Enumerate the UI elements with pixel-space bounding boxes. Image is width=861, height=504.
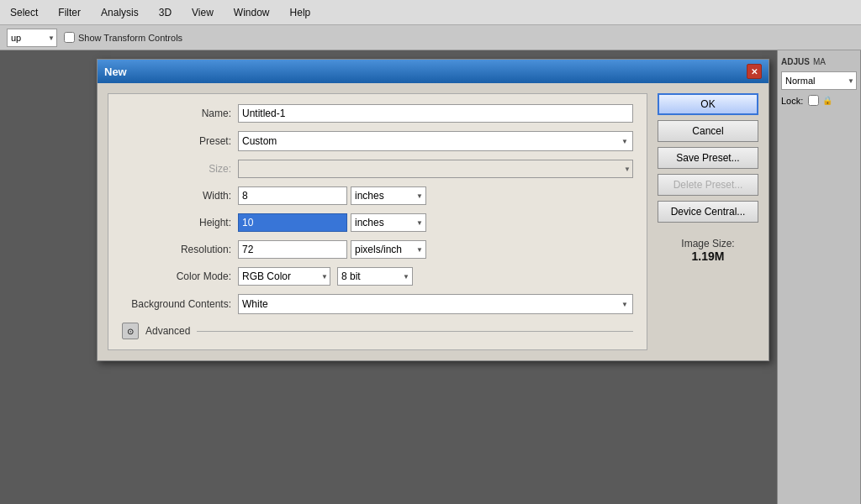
colormode-label: Color Mode: [122,270,231,282]
colormode-row: Color Mode: Bitmap Grayscale RGB Color C… [122,267,633,286]
ok-button[interactable]: OK [658,93,758,115]
height-input[interactable] [238,213,347,232]
dialog-body: Name: Preset: Custom Default Photoshop S… [98,83,769,360]
menu-window[interactable]: Window [230,5,273,20]
menu-view[interactable]: View [188,5,217,20]
bg-label: Background Contents: [122,298,231,310]
image-size-box: Image Size: 1.19M [658,238,758,263]
size-input[interactable] [238,160,633,178]
resolution-unit-wrapper: pixels/inch pixels/cm ▼ [351,240,426,259]
main-area: ADJUS MA Normal ▼ Lock: 🔒 New ✕ [0,50,861,504]
advanced-row: ⊙ Advanced [122,323,633,339]
lock-row: Lock: 🔒 [781,95,857,106]
width-row: Width: pixels inches cm mm points picas [122,186,633,205]
height-unit-wrapper: pixels inches cm mm points picas ▼ [351,213,426,232]
lock-label: Lock: [781,96,803,106]
advanced-divider [197,331,633,332]
dialog-title: New [104,66,127,78]
height-label: Height: [122,217,231,228]
menu-filter[interactable]: Filter [55,5,84,20]
resolution-input[interactable] [238,240,347,259]
colormode-select[interactable]: Bitmap Grayscale RGB Color CMYK Color La… [238,267,330,286]
image-size-value: 1.19M [658,249,758,263]
save-preset-button[interactable]: Save Preset... [658,147,758,169]
name-input[interactable] [238,104,633,123]
name-label: Name: [122,108,231,119]
height-row: Height: pixels inches cm mm points picas [122,213,633,232]
transform-controls-checkbox[interactable] [64,32,75,43]
width-unit-wrapper: pixels inches cm mm points picas ▼ [351,186,426,205]
device-central-button[interactable]: Device Central... [658,201,758,223]
colorbit-select[interactable]: 8 bit 16 bit 32 bit [337,267,413,286]
toolbar-group-select[interactable]: up [7,29,57,47]
resolution-row: Resolution: pixels/inch pixels/cm ▼ [122,240,633,259]
width-input[interactable] [238,186,347,205]
preset-select[interactable]: Custom Default Photoshop Size Letter Leg… [238,131,633,151]
menu-3d[interactable]: 3D [156,5,175,20]
size-row: Size: ▼ [122,160,633,178]
colorbit-wrapper: 8 bit 16 bit 32 bit ▼ [337,267,413,286]
advanced-toggle-icon[interactable]: ⊙ [122,323,139,339]
delete-preset-button[interactable]: Delete Preset... [658,174,758,196]
menu-analysis[interactable]: Analysis [98,5,142,20]
height-unit-select[interactable]: pixels inches cm mm points picas [351,213,426,232]
dialog-titlebar: New ✕ [98,60,769,83]
width-label: Width: [122,190,231,202]
preset-select-wrapper: Custom Default Photoshop Size Letter Leg… [238,131,633,151]
ma-tab[interactable]: MA [813,57,826,66]
preset-label: Preset: [122,135,231,147]
colormode-wrapper: Bitmap Grayscale RGB Color CMYK Color La… [238,267,330,286]
preset-row: Preset: Custom Default Photoshop Size Le… [122,131,633,151]
menu-help[interactable]: Help [287,5,314,20]
bg-row: Background Contents: White Background Co… [122,294,633,314]
dialog-close-button[interactable]: ✕ [747,64,762,79]
size-arrow-icon: ▼ [624,165,631,173]
dialog-form: Name: Preset: Custom Default Photoshop S… [108,93,647,350]
image-size-label: Image Size: [658,238,758,249]
dialog-buttons: OK Cancel Save Preset... Delete Preset..… [658,93,758,350]
name-row: Name: [122,104,633,123]
lock-icon: 🔒 [822,96,832,105]
advanced-label[interactable]: Advanced [145,325,190,337]
size-label: Size: [122,163,231,175]
resolution-unit-select[interactable]: pixels/inch pixels/cm [351,240,426,259]
adjus-tab[interactable]: ADJUS [781,57,810,66]
dialog-overlay: New ✕ Name: Preset: [0,50,861,504]
lock-checkbox[interactable] [808,95,819,106]
toolbar: up ▼ Show Transform Controls [0,25,861,50]
blend-mode-select[interactable]: Normal [781,71,857,90]
menubar: Select Filter Analysis 3D View Window He… [0,0,861,25]
bg-select-wrapper: White Background Color Transparent ▼ [238,294,633,314]
resolution-label: Resolution: [122,244,231,255]
cancel-button[interactable]: Cancel [658,120,758,142]
bg-select[interactable]: White Background Color Transparent [238,294,633,314]
width-unit-select[interactable]: pixels inches cm mm points picas [351,186,426,205]
transform-controls-label: Show Transform Controls [78,33,182,43]
new-dialog: New ✕ Name: Preset: [97,59,769,361]
menu-select[interactable]: Select [7,5,41,20]
side-panel: ADJUS MA Normal ▼ Lock: 🔒 [777,50,861,504]
